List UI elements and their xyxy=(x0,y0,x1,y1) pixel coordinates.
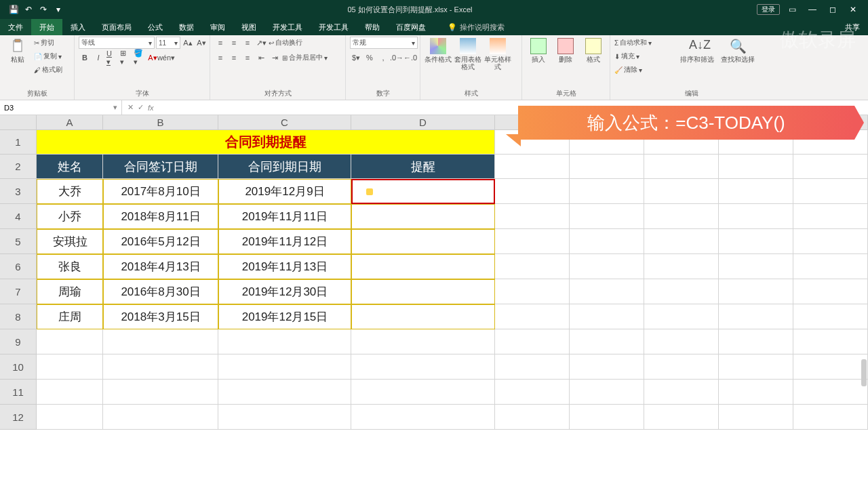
cell[interactable]: 2019年11月13日 xyxy=(218,254,351,279)
cell[interactable]: 2016年5月12日 xyxy=(103,229,218,254)
find-select-button[interactable]: 🔍查找和选择 xyxy=(719,37,757,63)
align-left-icon[interactable]: ≡ xyxy=(214,52,226,64)
row-header[interactable]: 11 xyxy=(0,380,37,405)
border-button[interactable]: ⊞ ▾ xyxy=(119,52,132,64)
wrap-text-button[interactable]: ↩ 自动换行 xyxy=(269,37,302,49)
align-top-icon[interactable]: ≡ xyxy=(214,37,226,49)
fill-color-button[interactable]: 🪣▾ xyxy=(133,52,145,64)
cell[interactable] xyxy=(351,279,495,304)
tab-review[interactable]: 审阅 xyxy=(202,19,233,35)
cell[interactable]: 2019年11月12日 xyxy=(218,229,351,254)
title-cell[interactable]: 合同到期提醒 xyxy=(37,130,495,155)
bold-button[interactable]: B xyxy=(79,52,91,64)
row-header[interactable]: 7 xyxy=(0,279,37,304)
col-header[interactable]: C xyxy=(218,115,351,130)
cell[interactable]: 2019年11月11日 xyxy=(218,204,351,229)
format-painter-button[interactable]: 🖌 格式刷 xyxy=(34,64,62,76)
autosum-button[interactable]: Σ 自动求和 ▾ xyxy=(614,37,675,49)
select-all-corner[interactable] xyxy=(0,115,37,130)
indent-inc-icon[interactable]: ⇥ xyxy=(269,52,281,64)
row-header[interactable]: 12 xyxy=(0,405,37,430)
header-remind[interactable]: 提醒 xyxy=(351,155,495,179)
phonetic-button[interactable]: wén▾ xyxy=(160,52,172,64)
cut-button[interactable]: ✂ 剪切 xyxy=(34,37,62,49)
cell[interactable] xyxy=(351,229,495,254)
qat-dropdown-icon[interactable]: ▾ xyxy=(54,5,63,14)
align-center-icon[interactable]: ≡ xyxy=(228,52,240,64)
col-header[interactable]: B xyxy=(103,115,218,130)
percent-icon[interactable]: % xyxy=(363,52,376,64)
header-name[interactable]: 姓名 xyxy=(37,155,103,179)
align-middle-icon[interactable]: ≡ xyxy=(228,37,240,49)
cell[interactable]: 小乔 xyxy=(37,204,103,229)
header-expire[interactable]: 合同到期日期 xyxy=(218,155,351,179)
cell[interactable]: 大乔 xyxy=(37,179,103,204)
cell-styles-button[interactable]: 单元格样式 xyxy=(484,37,511,70)
tab-layout[interactable]: 页面布局 xyxy=(94,19,140,35)
ribbon-options-icon[interactable]: ▭ xyxy=(784,5,800,14)
tab-file[interactable]: 文件 xyxy=(0,19,31,35)
row-header[interactable]: 1 xyxy=(0,130,37,155)
comma-icon[interactable]: , xyxy=(377,52,389,64)
format-table-button[interactable]: 套用表格格式 xyxy=(454,37,481,70)
conditional-format-button[interactable]: 条件格式 xyxy=(425,37,452,63)
active-cell[interactable] xyxy=(351,179,495,204)
login-button[interactable]: 登录 xyxy=(757,4,780,15)
align-bottom-icon[interactable]: ≡ xyxy=(241,37,254,49)
clear-button[interactable]: 🧹 清除 ▾ xyxy=(614,64,675,76)
row-header[interactable]: 2 xyxy=(0,155,37,179)
cell[interactable]: 张良 xyxy=(37,254,103,279)
tab-view[interactable]: 视图 xyxy=(233,19,264,35)
maximize-icon[interactable]: ◻ xyxy=(825,5,841,14)
paste-button[interactable]: 粘贴 xyxy=(4,37,31,63)
align-right-icon[interactable]: ≡ xyxy=(241,52,254,64)
format-cells-button[interactable]: 格式 xyxy=(581,37,606,63)
redo-icon[interactable]: ↷ xyxy=(39,5,48,14)
cell[interactable]: 周瑜 xyxy=(37,279,103,304)
tab-home[interactable]: 开始 xyxy=(31,19,62,35)
cell[interactable] xyxy=(351,204,495,229)
insert-cells-button[interactable]: 插入 xyxy=(526,37,551,63)
save-icon[interactable]: 💾 xyxy=(9,5,18,14)
font-name-select[interactable]: 等线▾ xyxy=(79,37,155,49)
merge-center-button[interactable]: ⊞ 合并后居中▾ xyxy=(282,52,328,64)
cell[interactable]: 庄周 xyxy=(37,304,103,329)
tab-data[interactable]: 数据 xyxy=(171,19,202,35)
col-header[interactable]: D xyxy=(351,115,495,130)
row-header[interactable]: 4 xyxy=(0,204,37,229)
inc-decimal-icon[interactable]: .0→ xyxy=(391,52,403,64)
close-icon[interactable]: ✕ xyxy=(845,5,861,14)
cell[interactable]: 2018年4月13日 xyxy=(103,254,218,279)
row-header[interactable]: 8 xyxy=(0,304,37,329)
tab-formulas[interactable]: 公式 xyxy=(140,19,171,35)
increase-font-icon[interactable]: A▴ xyxy=(182,37,194,49)
tab-help[interactable]: 帮助 xyxy=(357,19,388,35)
italic-button[interactable]: I xyxy=(92,52,104,64)
col-header[interactable]: A xyxy=(37,115,103,130)
tab-insert[interactable]: 插入 xyxy=(62,19,94,35)
font-size-select[interactable]: 11▾ xyxy=(156,37,180,49)
row-header[interactable]: 6 xyxy=(0,254,37,279)
fx-icon[interactable]: fx xyxy=(148,104,154,112)
row-header[interactable]: 10 xyxy=(0,354,37,380)
cell[interactable]: 2019年12月9日 xyxy=(218,179,351,204)
undo-icon[interactable]: ↶ xyxy=(24,5,33,14)
dec-decimal-icon[interactable]: ←.0 xyxy=(404,52,416,64)
delete-cells-button[interactable]: 删除 xyxy=(553,37,578,63)
vertical-scrollbar[interactable] xyxy=(861,359,867,386)
indent-dec-icon[interactable]: ⇤ xyxy=(255,52,267,64)
cell[interactable]: 2019年12月15日 xyxy=(218,304,351,329)
underline-button[interactable]: U ▾ xyxy=(106,52,118,64)
enter-formula-icon[interactable]: ✓ xyxy=(138,103,144,112)
worksheet[interactable]: A B C D E F G H I 1 合同到期提醒 2 姓名 合同签订日期 合… xyxy=(0,115,868,488)
name-box[interactable]: D3▾ xyxy=(0,100,122,115)
copy-button[interactable]: 📄 复制 ▾ xyxy=(34,50,62,62)
header-sign[interactable]: 合同签订日期 xyxy=(103,155,218,179)
tab-dev2[interactable]: 开发工具 xyxy=(311,19,357,35)
row-header[interactable]: 9 xyxy=(0,329,37,354)
number-format-select[interactable]: 常规▾ xyxy=(350,37,418,49)
cell[interactable]: 2017年8月10日 xyxy=(103,179,218,204)
tab-baidu[interactable]: 百度网盘 xyxy=(388,19,434,35)
tab-dev1[interactable]: 开发工具 xyxy=(264,19,311,35)
cancel-formula-icon[interactable]: ✕ xyxy=(127,103,134,112)
